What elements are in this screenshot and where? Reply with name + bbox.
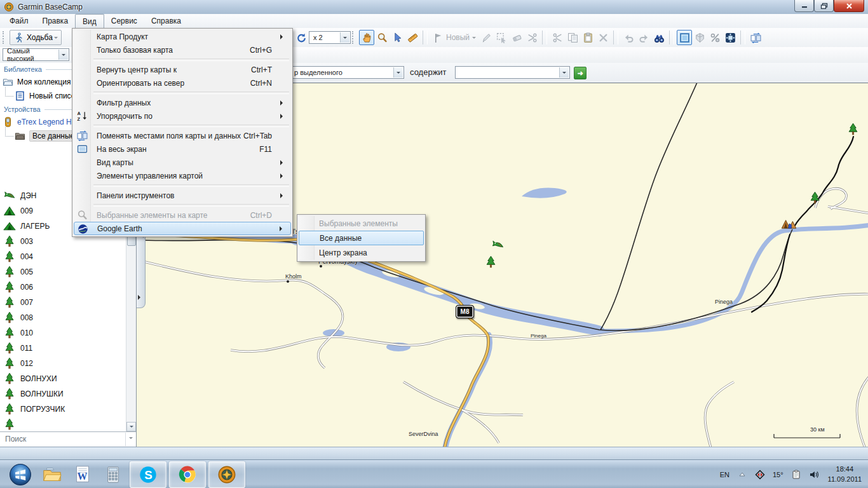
list-item[interactable]: 010 (0, 325, 136, 341)
skype-taskbar-icon[interactable]: S (130, 461, 166, 488)
view-menu-item[interactable]: Выбранные элементы на картеCtrl+D (74, 208, 291, 222)
chrome-taskbar-icon[interactable] (169, 461, 206, 488)
edit-pencil-button[interactable] (478, 30, 494, 45)
view-menu-item[interactable]: AZУпорядочить по (74, 109, 291, 123)
submenu-item-label: Центр экрана (319, 248, 367, 257)
calculator-taskbar-icon[interactable] (99, 462, 127, 487)
submenu-item[interactable]: Выбранные элементы (299, 216, 424, 231)
list-item[interactable]: ВОЛНУШКИ (0, 386, 136, 402)
list-item[interactable]: 005 (0, 264, 136, 280)
basecamp-taskbar-icon[interactable] (208, 461, 245, 488)
list-item[interactable]: 011 (0, 341, 136, 356)
translator-tray-icon[interactable] (755, 470, 765, 480)
map-waypoint-tree-icon[interactable] (808, 191, 822, 205)
clipboard-tray-icon[interactable] (791, 470, 801, 480)
view-menu-item[interactable]: Элементы управления картой (74, 169, 291, 182)
svg-text:Z: Z (78, 116, 81, 121)
find-button[interactable] (651, 30, 667, 45)
view-2d-button[interactable] (677, 30, 692, 45)
menu-item-label: Google Earth (97, 224, 142, 233)
folder-dark-icon (15, 131, 29, 141)
map-waypoint-tree-icon[interactable] (484, 255, 498, 269)
explorer-taskbar-icon[interactable] (38, 462, 66, 487)
map-waypoint-fish-icon[interactable] (491, 238, 505, 252)
eraser-button[interactable] (509, 30, 524, 45)
map-waypoint-tree-icon[interactable] (846, 123, 860, 136)
view-menu-item[interactable]: Карта Продукт (74, 30, 291, 43)
temperature-indicator[interactable]: 15° (773, 471, 783, 478)
swap-view-button[interactable] (748, 30, 763, 45)
menubar-item-help[interactable]: Справка (144, 14, 188, 28)
menubar-item-file[interactable]: Файл (3, 14, 36, 28)
clock[interactable]: 18:44 11.09.2011 (828, 464, 862, 485)
view-menu-item[interactable]: Фильтр данных (74, 96, 291, 109)
list-item[interactable]: 004 (0, 249, 136, 264)
apply-filter-button[interactable]: ➜ (574, 67, 587, 79)
language-indicator[interactable]: EN (720, 471, 729, 478)
tree-icon (3, 296, 20, 309)
volume-icon[interactable] (809, 470, 819, 480)
cut-button[interactable] (550, 30, 565, 45)
copy-button[interactable] (565, 30, 580, 45)
zoom-tool-button[interactable] (374, 30, 390, 45)
activity-profile-button[interactable]: Ходьба (10, 30, 62, 45)
toolbar-grip (3, 31, 7, 44)
menubar-item-service[interactable]: Сервис (104, 14, 144, 28)
tree-icon (3, 266, 20, 278)
undo-button[interactable] (621, 30, 636, 45)
view-menu-item[interactable]: Ориентировать на северCtrl+N (74, 76, 291, 90)
filter-text-combo[interactable] (455, 66, 570, 79)
minimize-button[interactable] (794, 0, 814, 12)
view-menu-item[interactable]: Панели инструментов (74, 189, 291, 202)
start-button[interactable] (5, 462, 36, 487)
view-menu-item[interactable]: Только базовая картаCtrl+G (74, 43, 291, 57)
divide-button[interactable] (524, 30, 539, 45)
list-item[interactable]: 012 (0, 356, 136, 371)
menubar-item-edit[interactable]: Правка (36, 14, 76, 28)
view-menu-item[interactable]: Вернуть центр карты кCtrl+T (74, 63, 291, 76)
highway-shield: M8 (456, 305, 474, 318)
list-item[interactable]: ПОГРУЗЧИК (0, 402, 136, 417)
map-waypoint-camp-icon[interactable] (780, 218, 799, 229)
paste-button[interactable] (580, 30, 595, 45)
menubar-item-view[interactable]: Вид (75, 14, 104, 28)
view-3d-button[interactable] (692, 30, 707, 45)
list-item[interactable]: 008 (0, 310, 136, 325)
redo-button[interactable] (636, 30, 651, 45)
filter-scope-combo[interactable]: р выделенного (287, 66, 404, 79)
view-menu-item[interactable]: Вид карты (74, 156, 291, 169)
pan-tool-button[interactable] (359, 30, 374, 45)
full-extent-button[interactable] (722, 30, 738, 45)
tree-icon (3, 235, 20, 248)
list-item[interactable]: 006 (0, 280, 136, 295)
scroll-down-button[interactable] (126, 422, 136, 431)
word-taskbar-icon[interactable]: W (69, 462, 97, 487)
zoom-level-combo[interactable]: x 2 (309, 31, 351, 44)
close-button[interactable] (834, 0, 864, 12)
submenu-item[interactable]: Все данные (299, 231, 424, 245)
list-item[interactable]: ВОЛНУХИ (0, 371, 136, 386)
search-combo[interactable]: Поиск (0, 431, 136, 446)
view-menu-item[interactable]: Поменять местами поля карты и данныхCtrl… (74, 129, 291, 142)
undo-history-button[interactable] (294, 30, 309, 45)
restore-button[interactable] (814, 0, 834, 12)
percent-button[interactable] (707, 30, 722, 45)
measure-tool-button[interactable] (405, 30, 420, 45)
view-menu-item[interactable]: На весь экранF11 (74, 142, 291, 156)
submenu-item[interactable]: Центр экрана (299, 245, 424, 260)
hidden-icons-button[interactable] (737, 470, 747, 480)
select-items-button[interactable] (494, 30, 509, 45)
list-item-label: 011 (20, 344, 32, 353)
delete-button[interactable] (595, 30, 611, 45)
swap-panes-icon (77, 130, 88, 141)
list-item[interactable] (0, 417, 136, 431)
select-tool-button[interactable] (390, 30, 405, 45)
view-menu-item[interactable]: Google Earth (74, 222, 291, 235)
title-bar: Garmin BaseCamp (0, 0, 868, 15)
menu-separator (93, 92, 289, 94)
tree-icon (3, 372, 20, 385)
detail-level-combo[interactable]: Самый высокий (3, 48, 69, 61)
new-waypoint-button[interactable]: Новый (430, 30, 478, 45)
list-item[interactable]: 007 (0, 295, 136, 310)
list-item-label: ВОЛНУШКИ (20, 390, 64, 398)
